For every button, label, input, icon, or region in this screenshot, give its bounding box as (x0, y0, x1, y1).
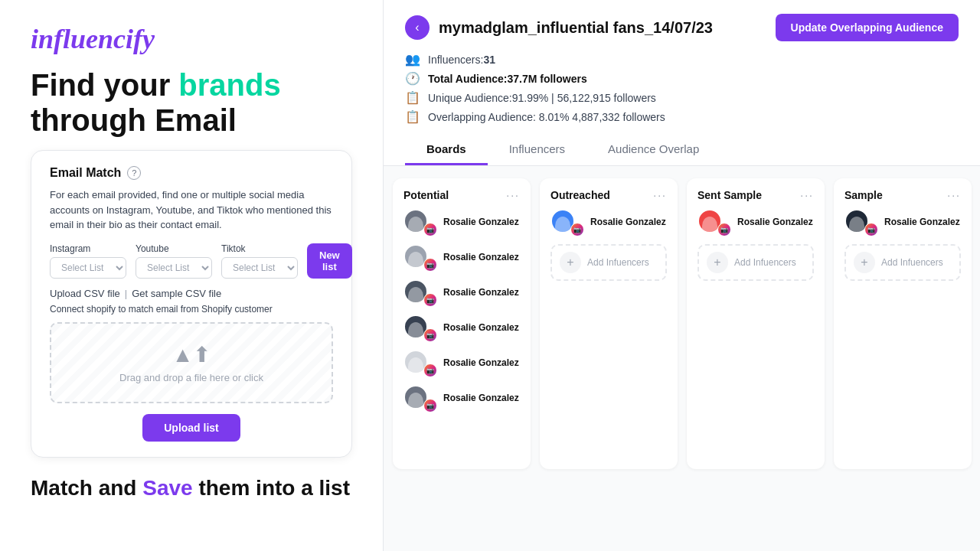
list-item[interactable]: 📷 Rosalie Gonzalez (403, 209, 520, 236)
stats-row: 👥 Influencers:31 🕐 Total Audience:37.7M … (405, 52, 959, 124)
board-potential-name: Potential (403, 189, 449, 201)
instagram-badge: 📷 (423, 223, 437, 236)
copy-icon-1: 📋 (405, 90, 420, 105)
top-row: ‹ mymadglam_influential fans_14/07/23 Up… (405, 14, 959, 41)
clock-icon: 🕐 (405, 71, 420, 86)
stat-unique-text: Unique Audience:91.99% | 56,122,915 foll… (428, 92, 656, 104)
list-item[interactable]: 📷 Rosalie Gonzalez (403, 244, 520, 272)
stat-unique-audience: 📋 Unique Audience:91.99% | 56,122,915 fo… (405, 90, 959, 105)
add-influencer-outreached[interactable]: + Add Infuencers (550, 244, 667, 281)
avatar: 📷 (403, 244, 437, 272)
list-item[interactable]: 📷 Rosalie Gonzalez (844, 209, 961, 236)
hero-highlight: brands (178, 68, 280, 102)
influencer-name: Rosalie Gonzalez (443, 287, 519, 299)
tiktok-select[interactable]: Select List (221, 257, 298, 279)
stat-influencers-text: Influencers:31 (428, 54, 495, 66)
stat-overlap-text: Overlapping Audience: 8.01% 4,887,332 fo… (428, 111, 665, 123)
list-item[interactable]: 📷 Rosalie Gonzalez (403, 315, 520, 342)
instagram-badge: 📷 (423, 399, 437, 412)
right-header: ‹ mymadglam_influential fans_14/07/23 Up… (384, 0, 980, 166)
add-influencer-sample[interactable]: + Add Infuencers (844, 244, 961, 281)
board-outreached-name: Outreached (550, 189, 610, 201)
copy-icon-2: 📋 (405, 109, 420, 124)
avatar: 📷 (403, 315, 437, 342)
drop-text: Drag and drop a file here or click (70, 372, 313, 383)
influencer-name: Rosalie Gonzalez (443, 357, 519, 370)
stat-total-audience: 🕐 Total Audience:37.7M followers (405, 71, 959, 86)
board-potential: Potential ··· 📷 Rosalie Gonzalez 📷 Rosal… (393, 178, 531, 469)
youtube-select[interactable]: Select List (136, 257, 212, 279)
csv-divider: | (125, 288, 127, 299)
add-icon: + (560, 252, 581, 273)
influencer-name: Rosalie Gonzalez (443, 217, 519, 229)
tab-audience-overlap[interactable]: Audience Overlap (586, 135, 720, 165)
instagram-badge: 📷 (717, 223, 731, 236)
board-outreached-header: Outreached ··· (550, 189, 667, 201)
influencer-name: Rosalie Gonzalez (443, 252, 519, 264)
avatar: 📷 (844, 209, 878, 236)
add-influencer-sent-sample[interactable]: + Add Infuencers (697, 244, 814, 281)
update-overlapping-button[interactable]: Update Overlapping Audience (776, 14, 959, 41)
upload-list-button[interactable]: Upload list (142, 414, 240, 442)
hero-line2-part: through Email (31, 103, 237, 137)
new-list-button[interactable]: New list (307, 243, 352, 279)
avatar: 📷 (403, 209, 437, 236)
instagram-badge: 📷 (570, 223, 584, 236)
left-panel: influencify Find your brands through Ema… (0, 0, 383, 551)
tabs-row: Boards Influencers Audience Overlap (405, 135, 959, 165)
drop-zone[interactable]: ▲⬆ Drag and drop a file here or click (50, 322, 333, 403)
list-item[interactable]: 📷 Rosalie Gonzalez (697, 209, 814, 236)
shopify-text: Connect shopify to match email from Shop… (50, 304, 333, 315)
email-match-title: Email Match (50, 166, 121, 180)
instagram-badge: 📷 (423, 364, 437, 377)
sample-csv-link[interactable]: Get sample CSV file (132, 288, 221, 299)
hero-line1: Find your (31, 68, 178, 102)
app-logo: influencify (31, 23, 352, 55)
instagram-select[interactable]: Select List (50, 257, 126, 279)
board-outreached: Outreached ··· 📷 Rosalie Gonzalez + Add … (540, 178, 678, 469)
list-item[interactable]: 📷 Rosalie Gonzalez (403, 279, 520, 307)
tiktok-label: Tiktok (221, 243, 298, 254)
email-match-header: Email Match ? (50, 166, 333, 180)
upload-csv-link[interactable]: Upload CSV file (50, 288, 120, 299)
stat-influencers: 👥 Influencers:31 (405, 52, 959, 67)
upload-cloud-icon: ▲⬆ (70, 342, 313, 367)
influencers-icon: 👥 (405, 52, 420, 67)
list-item[interactable]: 📷 Rosalie Gonzalez (403, 350, 520, 377)
influencer-name: Rosalie Gonzalez (443, 322, 519, 334)
board-sample-header: Sample ··· (844, 189, 961, 201)
avatar: 📷 (403, 350, 437, 377)
add-influencer-label: Add Infuencers (881, 257, 943, 268)
help-icon[interactable]: ? (127, 166, 141, 180)
list-item[interactable]: 📷 Rosalie Gonzalez (403, 385, 520, 412)
board-outreached-menu[interactable]: ··· (653, 189, 667, 201)
email-match-desc: For each email provided, find one or mul… (50, 187, 333, 233)
tagline-prefix: Match and (31, 476, 142, 500)
influencer-name: Rosalie Gonzalez (737, 217, 813, 229)
tagline-highlight: Save (142, 476, 192, 500)
avatar: 📷 (550, 209, 584, 236)
avatar: 📷 (697, 209, 731, 236)
board-sample-menu[interactable]: ··· (947, 189, 961, 201)
list-item[interactable]: 📷 Rosalie Gonzalez (550, 209, 667, 236)
instagram-badge: 📷 (423, 258, 437, 272)
back-button[interactable]: ‹ (405, 15, 430, 40)
instagram-group: Instagram Select List (50, 243, 126, 279)
influencer-name: Rosalie Gonzalez (884, 217, 960, 229)
tab-boards[interactable]: Boards (405, 135, 488, 165)
instagram-badge: 📷 (864, 223, 878, 236)
board-sent-sample-menu[interactable]: ··· (800, 189, 814, 201)
instagram-label: Instagram (50, 243, 126, 254)
influencer-name: Rosalie Gonzalez (590, 217, 666, 229)
board-sent-sample-name: Sent Sample (697, 189, 762, 201)
tab-influencers[interactable]: Influencers (488, 135, 586, 165)
boards-content: Potential ··· 📷 Rosalie Gonzalez 📷 Rosal… (384, 166, 980, 551)
board-potential-header: Potential ··· (403, 189, 520, 201)
board-sent-sample: Sent Sample ··· 📷 Rosalie Gonzalez + Add… (687, 178, 825, 469)
board-potential-menu[interactable]: ··· (506, 189, 520, 201)
stat-total-text: Total Audience:37.7M followers (428, 73, 587, 85)
tagline-suffix: them into a list (193, 476, 350, 500)
add-influencer-label: Add Infuencers (587, 257, 649, 268)
instagram-badge: 📷 (423, 328, 437, 342)
platform-row: Instagram Select List Youtube Select Lis… (50, 243, 333, 279)
